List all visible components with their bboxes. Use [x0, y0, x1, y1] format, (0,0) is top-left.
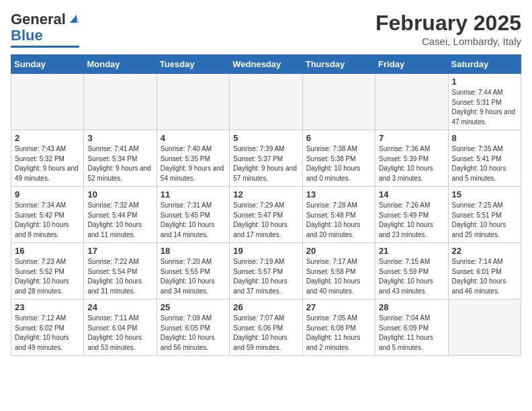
day-info: Sunrise: 7:29 AM Sunset: 5:47 PM Dayligh…	[233, 201, 298, 240]
day-number: 7	[379, 133, 444, 143]
day-info: Sunrise: 7:20 AM Sunset: 5:55 PM Dayligh…	[161, 257, 226, 296]
day-number: 26	[233, 302, 298, 312]
calendar-day	[157, 74, 229, 130]
calendar-day: 1Sunrise: 7:44 AM Sunset: 5:31 PM Daylig…	[448, 74, 521, 130]
day-info: Sunrise: 7:12 AM Sunset: 6:02 PM Dayligh…	[15, 314, 80, 353]
calendar-week-2: 2Sunrise: 7:43 AM Sunset: 5:32 PM Daylig…	[11, 130, 521, 187]
day-info: Sunrise: 7:39 AM Sunset: 5:37 PM Dayligh…	[233, 144, 298, 183]
calendar-day: 13Sunrise: 7:28 AM Sunset: 5:48 PM Dayli…	[302, 187, 375, 243]
day-info: Sunrise: 7:36 AM Sunset: 5:39 PM Dayligh…	[379, 144, 444, 183]
calendar-week-3: 9Sunrise: 7:34 AM Sunset: 5:42 PM Daylig…	[11, 187, 521, 243]
day-number: 28	[379, 302, 444, 312]
day-info: Sunrise: 7:28 AM Sunset: 5:48 PM Dayligh…	[306, 201, 371, 240]
day-number: 23	[15, 302, 80, 312]
day-number: 3	[87, 133, 152, 143]
calendar-day: 24Sunrise: 7:11 AM Sunset: 6:04 PM Dayli…	[84, 300, 157, 356]
logo-blue-text: Blue	[11, 27, 43, 44]
day-info: Sunrise: 7:41 AM Sunset: 5:34 PM Dayligh…	[87, 144, 152, 183]
calendar-day: 6Sunrise: 7:38 AM Sunset: 5:38 PM Daylig…	[302, 130, 375, 187]
calendar-day: 8Sunrise: 7:35 AM Sunset: 5:41 PM Daylig…	[448, 130, 521, 187]
day-number: 5	[233, 133, 298, 143]
calendar-day	[448, 300, 521, 356]
day-info: Sunrise: 7:32 AM Sunset: 5:44 PM Dayligh…	[87, 201, 152, 240]
weekday-header-sunday: Sunday	[11, 55, 84, 74]
day-number: 20	[306, 246, 371, 256]
day-info: Sunrise: 7:38 AM Sunset: 5:38 PM Dayligh…	[306, 144, 371, 183]
calendar-day: 4Sunrise: 7:40 AM Sunset: 5:35 PM Daylig…	[157, 130, 229, 187]
day-info: Sunrise: 7:22 AM Sunset: 5:54 PM Dayligh…	[87, 257, 152, 296]
day-info: Sunrise: 7:26 AM Sunset: 5:49 PM Dayligh…	[379, 201, 444, 240]
calendar-day: 12Sunrise: 7:29 AM Sunset: 5:47 PM Dayli…	[230, 187, 302, 243]
calendar-day: 23Sunrise: 7:12 AM Sunset: 6:02 PM Dayli…	[11, 300, 84, 356]
logo-triangle-icon	[67, 12, 79, 24]
calendar-table: SundayMondayTuesdayWednesdayThursdayFrid…	[11, 54, 521, 356]
day-number: 11	[161, 189, 226, 199]
title-block: February 2025 Casei, Lombardy, Italy	[375, 11, 521, 47]
day-number: 19	[233, 246, 298, 256]
weekday-header-thursday: Thursday	[302, 55, 375, 74]
logo-underline	[11, 46, 79, 48]
day-number: 22	[452, 246, 517, 256]
day-info: Sunrise: 7:09 AM Sunset: 6:05 PM Dayligh…	[161, 314, 226, 353]
calendar-day: 25Sunrise: 7:09 AM Sunset: 6:05 PM Dayli…	[157, 300, 229, 356]
svg-marker-1	[77, 15, 79, 23]
day-number: 24	[87, 302, 152, 312]
weekday-header-tuesday: Tuesday	[157, 55, 229, 74]
day-number: 4	[161, 133, 226, 143]
logo-general-text: General	[11, 11, 66, 28]
calendar-day: 5Sunrise: 7:39 AM Sunset: 5:37 PM Daylig…	[230, 130, 302, 187]
calendar-day: 20Sunrise: 7:17 AM Sunset: 5:58 PM Dayli…	[302, 243, 375, 300]
calendar-day: 11Sunrise: 7:31 AM Sunset: 5:45 PM Dayli…	[157, 187, 229, 243]
calendar-day: 3Sunrise: 7:41 AM Sunset: 5:34 PM Daylig…	[84, 130, 157, 187]
calendar-day: 2Sunrise: 7:43 AM Sunset: 5:32 PM Daylig…	[11, 130, 84, 187]
day-info: Sunrise: 7:04 AM Sunset: 6:09 PM Dayligh…	[379, 314, 444, 353]
calendar-day: 19Sunrise: 7:19 AM Sunset: 5:57 PM Dayli…	[230, 243, 302, 300]
calendar-day	[375, 74, 448, 130]
weekday-header-saturday: Saturday	[448, 55, 521, 74]
calendar-day: 16Sunrise: 7:23 AM Sunset: 5:52 PM Dayli…	[11, 243, 84, 300]
day-info: Sunrise: 7:44 AM Sunset: 5:31 PM Dayligh…	[452, 88, 517, 127]
calendar-day: 7Sunrise: 7:36 AM Sunset: 5:39 PM Daylig…	[375, 130, 448, 187]
day-number: 17	[87, 246, 152, 256]
day-info: Sunrise: 7:19 AM Sunset: 5:57 PM Dayligh…	[233, 257, 298, 296]
svg-marker-0	[70, 15, 77, 23]
day-number: 2	[15, 133, 80, 143]
day-number: 8	[452, 133, 517, 143]
month-title: February 2025	[375, 11, 521, 36]
calendar-week-1: 1Sunrise: 7:44 AM Sunset: 5:31 PM Daylig…	[11, 74, 521, 130]
calendar-day: 15Sunrise: 7:25 AM Sunset: 5:51 PM Dayli…	[448, 187, 521, 243]
day-info: Sunrise: 7:07 AM Sunset: 6:06 PM Dayligh…	[233, 314, 298, 353]
calendar-day	[11, 74, 84, 130]
day-info: Sunrise: 7:40 AM Sunset: 5:35 PM Dayligh…	[161, 144, 226, 183]
calendar-week-5: 23Sunrise: 7:12 AM Sunset: 6:02 PM Dayli…	[11, 300, 521, 356]
calendar-day: 26Sunrise: 7:07 AM Sunset: 6:06 PM Dayli…	[230, 300, 302, 356]
day-info: Sunrise: 7:23 AM Sunset: 5:52 PM Dayligh…	[15, 257, 80, 296]
day-number: 15	[452, 189, 517, 199]
day-number: 25	[161, 302, 226, 312]
calendar-day	[84, 74, 157, 130]
day-number: 6	[306, 133, 371, 143]
day-number: 14	[379, 189, 444, 199]
day-info: Sunrise: 7:43 AM Sunset: 5:32 PM Dayligh…	[15, 144, 80, 183]
day-number: 9	[15, 189, 80, 199]
calendar-day: 27Sunrise: 7:05 AM Sunset: 6:08 PM Dayli…	[302, 300, 375, 356]
day-info: Sunrise: 7:25 AM Sunset: 5:51 PM Dayligh…	[452, 201, 517, 240]
calendar-day: 9Sunrise: 7:34 AM Sunset: 5:42 PM Daylig…	[11, 187, 84, 243]
day-number: 1	[452, 77, 517, 87]
weekday-header-row: SundayMondayTuesdayWednesdayThursdayFrid…	[11, 55, 521, 74]
page-header: General Blue February 2025 Casei, Lombar…	[11, 11, 521, 48]
calendar-day: 28Sunrise: 7:04 AM Sunset: 6:09 PM Dayli…	[375, 300, 448, 356]
day-number: 16	[15, 246, 80, 256]
day-info: Sunrise: 7:15 AM Sunset: 5:59 PM Dayligh…	[379, 257, 444, 296]
calendar-day: 18Sunrise: 7:20 AM Sunset: 5:55 PM Dayli…	[157, 243, 229, 300]
calendar-day	[230, 74, 302, 130]
day-number: 27	[306, 302, 371, 312]
weekday-header-monday: Monday	[84, 55, 157, 74]
day-info: Sunrise: 7:17 AM Sunset: 5:58 PM Dayligh…	[306, 257, 371, 296]
calendar-day: 14Sunrise: 7:26 AM Sunset: 5:49 PM Dayli…	[375, 187, 448, 243]
day-info: Sunrise: 7:14 AM Sunset: 6:01 PM Dayligh…	[452, 257, 517, 296]
weekday-header-wednesday: Wednesday	[230, 55, 302, 74]
day-number: 10	[87, 189, 152, 199]
calendar-day: 22Sunrise: 7:14 AM Sunset: 6:01 PM Dayli…	[448, 243, 521, 300]
logo: General Blue	[11, 11, 79, 48]
